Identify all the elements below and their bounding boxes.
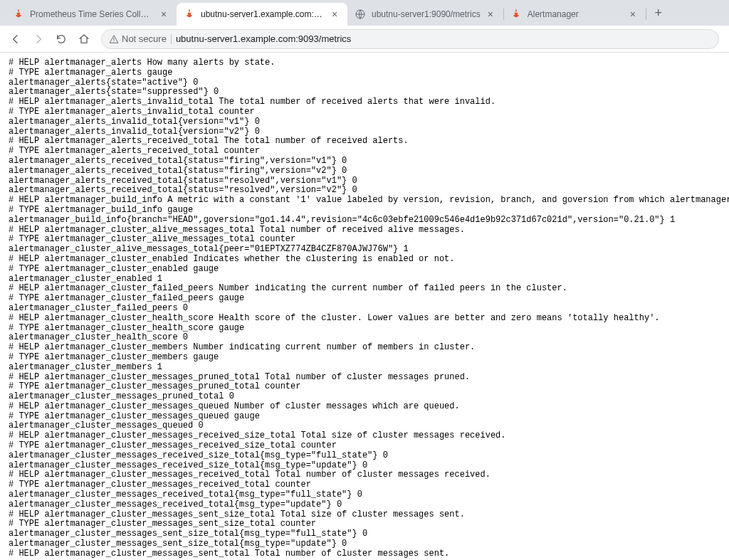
tab-title: Alertmanager — [528, 9, 623, 19]
prometheus-icon — [510, 9, 522, 20]
home-button[interactable] — [74, 29, 94, 49]
warning-icon — [109, 34, 119, 44]
browser-tab[interactable]: ubutnu-server1.example.com:909 × — [177, 3, 347, 26]
close-icon[interactable]: × — [158, 9, 169, 20]
not-secure-label: Not secure — [122, 33, 167, 44]
prometheus-icon — [184, 9, 195, 20]
address-bar[interactable]: Not secure ubutnu-server1.example.com:90… — [101, 29, 719, 49]
url-text: ubutnu-server1.example.com:9093/metrics — [176, 33, 711, 44]
metrics-text[interactable]: # HELP alertmanager_alerts How many aler… — [9, 58, 720, 559]
tab-title: Prometheus Time Series Collectio — [30, 9, 154, 19]
close-icon[interactable]: × — [485, 9, 496, 20]
globe-icon — [355, 9, 366, 20]
browser-tab[interactable]: ubutnu-server1:9090/metrics × — [347, 3, 503, 26]
tab-title: ubutnu-server1.example.com:909 — [201, 9, 325, 19]
forward-button[interactable] — [28, 29, 48, 49]
browser-toolbar: Not secure ubutnu-server1.example.com:90… — [0, 26, 729, 53]
back-button[interactable] — [6, 29, 26, 49]
page-content: # HELP alertmanager_alerts How many aler… — [0, 53, 729, 560]
tab-title: ubutnu-server1:9090/metrics — [372, 9, 481, 19]
prometheus-icon — [13, 9, 24, 20]
browser-tabstrip: Prometheus Time Series Collectio × ubutn… — [0, 0, 729, 26]
close-icon[interactable]: × — [329, 9, 340, 20]
not-secure-indicator[interactable]: Not secure — [109, 33, 167, 44]
close-icon[interactable]: × — [627, 9, 639, 20]
reload-button[interactable] — [51, 29, 71, 49]
browser-tab[interactable]: Prometheus Time Series Collectio × — [6, 3, 177, 26]
browser-tab[interactable]: Alertmanager × — [503, 3, 646, 26]
svg-point-1 — [113, 41, 114, 41]
new-tab-button[interactable]: + — [649, 3, 668, 23]
omnibox-divider — [171, 34, 172, 44]
